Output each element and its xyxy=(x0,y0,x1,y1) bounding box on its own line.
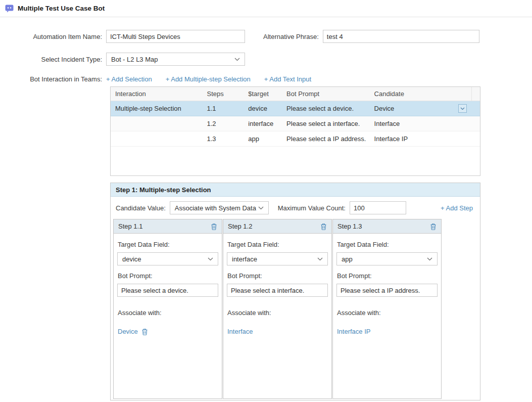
associate-with-label: Associate with: xyxy=(337,309,437,317)
column-header-interaction: Interaction xyxy=(111,90,202,98)
table-row[interactable]: 1.3 app Please select a IP address. Inte… xyxy=(111,131,480,147)
cell-candidate: Interface xyxy=(374,120,400,127)
max-value-count-input[interactable] xyxy=(350,201,406,214)
cell-bot-prompt: Please select a device. xyxy=(282,105,370,112)
associate-with-label: Associate with: xyxy=(227,309,327,317)
cell-interaction: Multiple-step Selection xyxy=(111,105,202,112)
target-data-field-label: Target Data Field: xyxy=(118,241,218,248)
associate-with-label: Associate with: xyxy=(118,309,218,317)
column-header-steps: Steps xyxy=(202,90,244,98)
target-data-field-value: device xyxy=(122,255,141,263)
add-multiple-step-selection-link[interactable]: + Add Multiple-step Selection xyxy=(166,75,251,83)
bot-prompt-input[interactable] xyxy=(336,284,438,297)
step-card: Step 1.1 Target Data Field: device xyxy=(113,219,222,399)
cell-end xyxy=(471,116,480,131)
bot-prompt-input[interactable] xyxy=(117,284,218,297)
max-value-count-label: Maximum Value Count: xyxy=(278,204,350,212)
chevron-down-icon xyxy=(208,257,213,261)
alternative-phrase-label: Alternative Phrase: xyxy=(263,33,323,40)
cell-target: app xyxy=(244,135,282,143)
step-card-title: Step 1.1 xyxy=(118,222,142,230)
bot-prompt-label: Bot Prompt: xyxy=(337,272,437,280)
target-data-field-label: Target Data Field: xyxy=(337,241,437,248)
column-header-target: $target xyxy=(244,90,282,98)
column-header-candidate: Candidate xyxy=(370,90,471,98)
cell-steps: 1.3 xyxy=(202,135,244,143)
cell-candidate: Device xyxy=(374,105,395,112)
step-card-title: Step 1.2 xyxy=(228,222,252,230)
associate-value-link[interactable]: Interface IP xyxy=(337,328,370,335)
chevron-down-icon xyxy=(427,257,432,261)
automation-item-name-label: Automation Item Name: xyxy=(0,33,106,40)
bot-prompt-label: Bot Prompt: xyxy=(118,272,218,280)
alternative-phrase-input[interactable] xyxy=(323,30,479,43)
delete-step-button[interactable] xyxy=(211,223,217,230)
associate-value-link[interactable]: Interface xyxy=(227,328,253,335)
table-row[interactable]: Multiple-step Selection 1.1 device Pleas… xyxy=(111,101,480,116)
cell-steps: 1.1 xyxy=(202,105,244,112)
incident-type-select[interactable]: Bot - L2 L3 Map xyxy=(106,53,245,66)
automation-item-name-input[interactable] xyxy=(106,30,245,43)
step-card: Step 1.3 Target Data Field: app xyxy=(332,219,442,399)
cell-steps: 1.2 xyxy=(202,120,244,127)
associate-value-link[interactable]: Device xyxy=(118,328,138,335)
incident-type-label: Select Incident Type: xyxy=(0,56,106,63)
target-data-field-value: interface xyxy=(232,255,257,263)
chevron-down-icon xyxy=(234,58,240,61)
target-data-field-select[interactable]: app xyxy=(336,252,438,265)
incident-type-value: Bot - L2 L3 Map xyxy=(111,56,158,63)
step-panel: Step 1: Multiple-step Selection Candidat… xyxy=(110,183,480,400)
delete-step-button[interactable] xyxy=(320,223,327,230)
table-header-row: Interaction Steps $target Bot Prompt Can… xyxy=(111,87,480,101)
bot-prompt-label: Bot Prompt: xyxy=(227,272,327,280)
add-step-link[interactable]: + Add Step xyxy=(441,204,473,212)
column-header-end xyxy=(471,87,480,101)
target-data-field-select[interactable]: interface xyxy=(227,252,328,265)
cell-bot-prompt: Please select a IP address. xyxy=(282,135,370,143)
target-data-field-value: app xyxy=(342,255,353,263)
interaction-table: Interaction Steps $target Bot Prompt Can… xyxy=(110,86,480,176)
add-text-input-link[interactable]: + Add Text Input xyxy=(264,75,311,83)
cell-end xyxy=(471,131,480,146)
step-card-title: Step 1.3 xyxy=(337,222,362,230)
column-header-bot-prompt: Bot Prompt xyxy=(282,90,370,98)
cell-target: interface xyxy=(244,120,282,127)
page-title: Multiple Test Use Case Bot xyxy=(18,5,105,12)
cell-target: device xyxy=(244,105,282,112)
app-header: Multiple Test Use Case Bot xyxy=(0,0,532,17)
chevron-down-icon xyxy=(317,257,323,261)
delete-step-button[interactable] xyxy=(430,223,437,230)
target-data-field-label: Target Data Field: xyxy=(227,241,327,248)
bot-prompt-input[interactable] xyxy=(227,284,328,297)
candidate-value-label: Candidate Value: xyxy=(116,204,170,212)
bot-interaction-label: Bot Interaction in Teams: xyxy=(0,75,106,83)
candidate-value-selected: Associate with System Data xyxy=(175,204,256,212)
cell-end xyxy=(471,101,480,116)
target-data-field-select[interactable]: device xyxy=(117,252,218,265)
candidate-dropdown-button[interactable] xyxy=(458,104,467,113)
candidate-value-select[interactable]: Associate with System Data xyxy=(170,201,269,214)
add-selection-link[interactable]: + Add Selection xyxy=(106,75,152,83)
step-panel-title: Step 1: Multiple-step Selection xyxy=(111,183,480,197)
table-row[interactable]: 1.2 interface Please select a interface.… xyxy=(111,116,480,131)
delete-associate-button[interactable] xyxy=(141,328,148,335)
chevron-down-icon xyxy=(258,206,264,210)
cell-bot-prompt: Please select a interface. xyxy=(282,120,370,127)
cell-candidate: Interface IP xyxy=(374,135,408,143)
bot-icon xyxy=(5,5,14,13)
step-card: Step 1.2 Target Data Field: interface xyxy=(223,219,332,399)
